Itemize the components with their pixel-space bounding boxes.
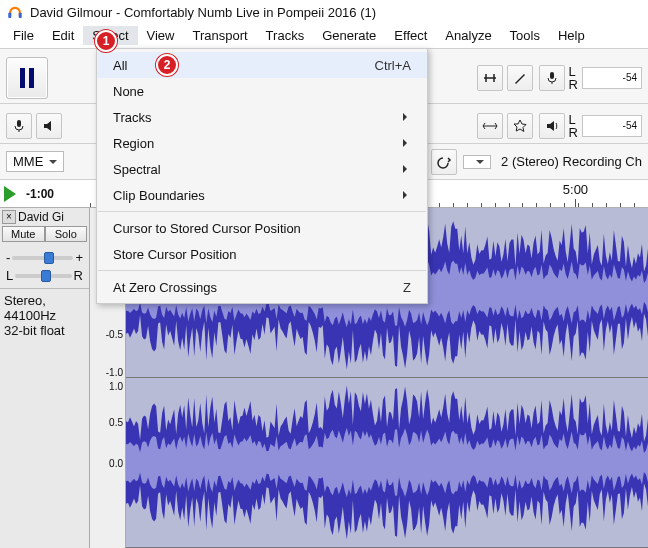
menu-tools[interactable]: Tools	[501, 26, 549, 45]
menu-help[interactable]: Help	[549, 26, 594, 45]
mute-button[interactable]: Mute	[2, 226, 45, 242]
callout-1: 1	[95, 30, 117, 52]
mic-icon[interactable]	[539, 65, 565, 91]
menu-item-clip-boundaries[interactable]: Clip Boundaries	[97, 182, 427, 208]
close-track-button[interactable]: ×	[2, 210, 16, 224]
menu-tracks[interactable]: Tracks	[257, 26, 314, 45]
speaker-device-icon[interactable]	[36, 113, 62, 139]
gain-slider[interactable]	[12, 256, 73, 260]
timeline-head: -1:00	[0, 180, 90, 207]
callout-2: 2	[156, 54, 178, 76]
menu-separator	[98, 211, 426, 212]
playback-meter[interactable]: -54	[582, 115, 642, 137]
menu-item-store-cursor-position[interactable]: Store Cursor Position	[97, 241, 427, 267]
menu-effect[interactable]: Effect	[385, 26, 436, 45]
track-format: Stereo, 44100Hz 32-bit float	[0, 289, 89, 342]
svg-rect-2	[550, 72, 554, 79]
draw-tool-icon[interactable]	[507, 65, 533, 91]
menu-item-spectral[interactable]: Spectral	[97, 156, 427, 182]
snap-icon[interactable]	[507, 113, 533, 139]
menu-file[interactable]: File	[4, 26, 43, 45]
pause-button[interactable]	[6, 57, 48, 99]
fit-width-icon[interactable]	[477, 113, 503, 139]
track-name[interactable]: David Gi	[18, 210, 64, 224]
title-bar: David Gilmour - Comfortably Numb Live in…	[0, 0, 648, 24]
trim-tool-icon[interactable]	[477, 65, 503, 91]
menu-item-cursor-to-stored-cursor-position[interactable]: Cursor to Stored Cursor Position	[97, 215, 427, 241]
menu-item-all[interactable]: AllCtrl+A	[97, 52, 427, 78]
menu-transport[interactable]: Transport	[183, 26, 256, 45]
redo-icon[interactable]	[431, 149, 457, 175]
pan-slider[interactable]	[15, 274, 71, 278]
mic-device-icon[interactable]	[6, 113, 32, 139]
input-device-dropdown[interactable]	[463, 155, 491, 169]
select-menu-dropdown: AllCtrl+ANoneTracksRegionSpectralClip Bo…	[96, 48, 428, 304]
pause-icon	[20, 68, 34, 88]
tools-cluster	[477, 65, 533, 91]
menu-item-at-zero-crossings[interactable]: At Zero CrossingsZ	[97, 274, 427, 300]
solo-button[interactable]: Solo	[45, 226, 88, 242]
record-meter[interactable]: -54	[582, 67, 642, 89]
speaker-icon[interactable]	[539, 113, 565, 139]
menu-edit[interactable]: Edit	[43, 26, 83, 45]
svg-rect-0	[8, 13, 11, 18]
svg-rect-3	[17, 120, 21, 127]
audio-host-dropdown[interactable]: MME	[6, 151, 64, 172]
menu-generate[interactable]: Generate	[313, 26, 385, 45]
track-control-panel: × David Gi Mute Solo -+ LR Stereo, 44100…	[0, 208, 90, 548]
input-channels-label: 2 (Stereo) Recording Ch	[497, 154, 642, 169]
record-meter-cluster: LR -54	[539, 65, 642, 91]
window-title: David Gilmour - Comfortably Numb Live in…	[30, 5, 376, 20]
menu-item-tracks[interactable]: Tracks	[97, 104, 427, 130]
menu-analyze[interactable]: Analyze	[436, 26, 500, 45]
menu-separator	[98, 270, 426, 271]
playhead-icon	[4, 186, 24, 202]
menu-item-none[interactable]: None	[97, 78, 427, 104]
app-icon	[6, 3, 24, 21]
menu-view[interactable]: View	[138, 26, 184, 45]
menu-item-region[interactable]: Region	[97, 130, 427, 156]
svg-rect-1	[19, 13, 22, 18]
